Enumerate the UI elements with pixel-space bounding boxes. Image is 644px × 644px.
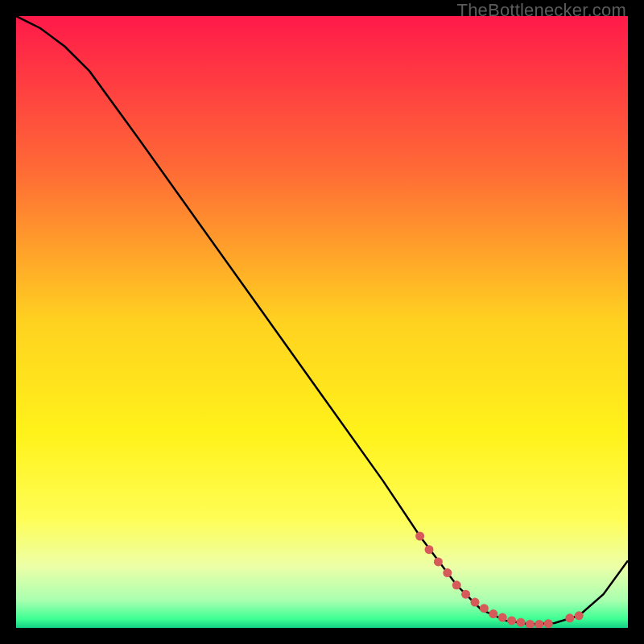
valley-dot (507, 616, 516, 625)
valley-dot (517, 618, 526, 627)
watermark-text: TheBottlenecker.com (457, 0, 626, 21)
valley-dot (480, 604, 489, 613)
valley-dot (452, 580, 461, 589)
valley-dot (471, 598, 480, 607)
valley-dot (565, 613, 574, 622)
valley-dot (575, 611, 584, 620)
valley-dot (443, 568, 452, 577)
valley-dot (425, 545, 434, 554)
valley-dot (526, 620, 535, 628)
dots-group (415, 532, 584, 629)
chart-frame (16, 16, 628, 628)
valley-dot (498, 613, 507, 622)
valley-dot (461, 590, 470, 599)
valley-dot (489, 609, 497, 618)
valley-dot (415, 532, 424, 541)
valley-dot (535, 620, 543, 628)
valley-dot (544, 619, 553, 628)
valley-dot (434, 557, 443, 566)
valley-dots-layer (16, 16, 628, 628)
